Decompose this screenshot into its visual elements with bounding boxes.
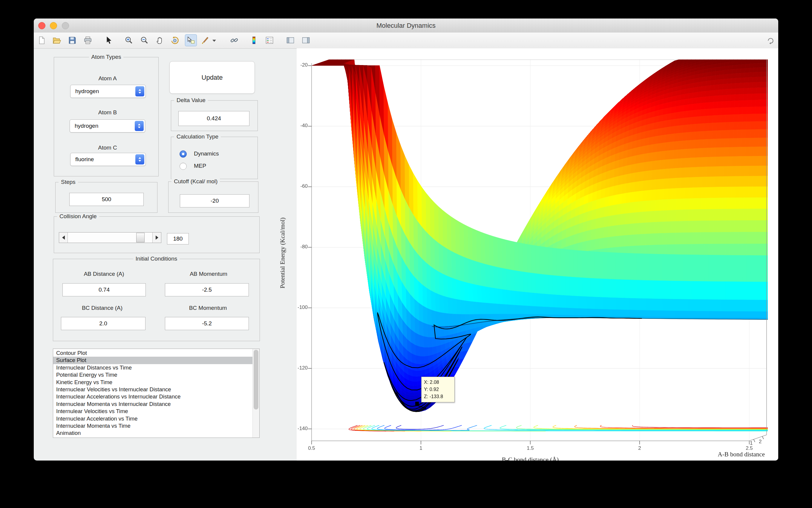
zoom-in-button[interactable]	[123, 34, 135, 46]
initial-conditions-panel: Initial Conditions AB Distance (A) AB Mo…	[53, 259, 260, 341]
open-file-button[interactable]	[51, 34, 63, 46]
x-tick-label: 0.5	[303, 445, 320, 451]
list-item[interactable]: Internuclear Momenta vs Time	[53, 422, 253, 429]
list-item[interactable]: Potential Energy vs Time	[53, 371, 253, 378]
depth-axis-label: A-B bond distance	[657, 451, 765, 458]
z-tick-label: -20	[287, 62, 308, 68]
z-tick-label: -100	[287, 304, 308, 310]
delta-value-field[interactable]: 0.424	[178, 111, 249, 126]
atom-b-dropdown[interactable]: hydrogen	[70, 119, 145, 132]
rotate-3d-icon	[170, 36, 179, 45]
edit-plot-button[interactable]	[103, 34, 115, 46]
insert-legend-button[interactable]	[264, 34, 275, 46]
z-tick-label: -60	[287, 183, 308, 189]
brush-dropdown-caret-icon[interactable]	[212, 40, 216, 42]
atom-b-value: hydrogen	[75, 120, 98, 132]
pointer-arrow-icon	[105, 36, 114, 45]
ab-tick-label: 1	[750, 440, 752, 446]
atom-c-value: fluorine	[75, 153, 94, 166]
save-figure-button[interactable]	[66, 34, 78, 46]
datatip-box[interactable]: X: 2.08 Y: 0.92 Z: -133.8	[421, 377, 455, 403]
delta-value-title: Delta Value	[174, 97, 208, 103]
atom-a-value: hydrogen	[75, 85, 99, 97]
zoom-in-icon	[124, 36, 133, 45]
print-figure-button[interactable]	[82, 34, 94, 46]
initial-conditions-title: Initial Conditions	[133, 255, 180, 262]
slider-thumb[interactable]	[136, 233, 145, 242]
zoom-out-button[interactable]	[138, 34, 150, 46]
list-item[interactable]: Internuclear Acceleration vs Time	[53, 415, 253, 422]
pan-button[interactable]	[154, 34, 166, 46]
ab-momentum-label: AB Momentum	[176, 271, 241, 277]
popup-stepper-icon[interactable]	[135, 121, 144, 131]
atom-c-dropdown[interactable]: fluorine	[70, 153, 146, 166]
bc-distance-field[interactable]: 2.0	[61, 317, 146, 330]
rotate-3d-button[interactable]	[169, 34, 181, 46]
list-item[interactable]: Internuclear Distances vs Time	[53, 364, 253, 371]
printer-icon	[83, 36, 92, 45]
scrollbar-thumb[interactable]	[254, 350, 259, 410]
x-tick-label: 1	[412, 445, 430, 451]
z-tick-label: -80	[287, 244, 308, 250]
link-icon	[230, 36, 239, 45]
slider-right-arrow-icon[interactable]	[152, 232, 161, 243]
calculation-type-title: Calculation Type	[174, 133, 221, 140]
slider-left-arrow-icon[interactable]	[59, 232, 68, 243]
delta-value-panel: Delta Value 0.424	[171, 100, 258, 131]
bc-distance-label: BC Distance (A)	[69, 305, 135, 311]
ab-distance-field[interactable]: 0.74	[63, 283, 146, 296]
datatip-marker[interactable]	[415, 402, 419, 405]
calculation-type-panel: Calculation Type Dynamics MEP	[171, 137, 258, 179]
data-cursor-icon	[186, 36, 195, 45]
mep-radio[interactable]	[180, 163, 187, 170]
list-item-selected[interactable]: Surface Plot	[53, 357, 253, 364]
plot-type-listbox: Contour Plot Surface Plot Internuclear D…	[53, 349, 260, 438]
datatip-z: Z: -133.8	[424, 393, 452, 400]
data-cursor-button[interactable]	[185, 34, 197, 46]
list-item[interactable]: Kinetic Energy vs Time	[53, 379, 253, 386]
mep-radio-label: MEP	[194, 163, 206, 169]
cutoff-title: Cutoff (Kcal/ mol)	[171, 178, 220, 185]
zoom-out-icon	[140, 36, 149, 45]
collision-angle-field[interactable]: 180	[167, 233, 189, 245]
listbox-scrollbar[interactable]	[253, 349, 259, 437]
cutoff-field[interactable]: -20	[180, 194, 249, 207]
brush-data-button[interactable]	[199, 34, 211, 46]
list-item[interactable]: Internuclear Accelerations vs Internucle…	[53, 393, 253, 400]
list-item[interactable]: Contour Plot	[53, 349, 253, 357]
list-item[interactable]: Animation	[53, 429, 253, 437]
list-item[interactable]: Internuclear Momenta vs Internuclear Dis…	[53, 400, 253, 408]
close-window-button[interactable]	[38, 22, 45, 29]
ab-distance-label: AB Distance (A)	[71, 271, 137, 277]
update-button[interactable]: Update	[169, 61, 255, 94]
x-tick-label: 2.5	[740, 445, 758, 451]
collision-angle-title: Collision Angle	[57, 213, 99, 220]
dynamics-radio[interactable]	[180, 151, 187, 158]
atom-types-panel: Atom Types Atom A hydrogen Atom B hydrog…	[54, 57, 159, 176]
list-item[interactable]: Internulear Velocities vs Time	[53, 408, 253, 415]
save-floppy-icon	[68, 36, 77, 45]
collision-angle-panel: Collision Angle 180	[54, 216, 260, 253]
legend-icon	[265, 36, 274, 45]
x-tick-label: 2	[631, 445, 649, 451]
dynamics-radio-label: Dynamics	[194, 151, 219, 157]
surface-plot: -20 -40 -60 -80 -100 -120 -140 0.5 1 1.5…	[278, 36, 771, 461]
zoom-window-button[interactable]	[62, 22, 69, 29]
steps-field[interactable]: 500	[69, 193, 144, 206]
new-figure-button[interactable]	[36, 34, 48, 46]
insert-colorbar-button[interactable]	[248, 34, 260, 46]
datatip-y: Y: 0.92	[424, 386, 452, 393]
bc-momentum-field[interactable]: -5.2	[165, 317, 249, 330]
collision-angle-slider[interactable]	[59, 232, 161, 243]
list-item[interactable]: Internuclear Velocities vs Internuclear …	[53, 386, 253, 393]
popup-stepper-icon[interactable]	[135, 86, 144, 96]
minimize-window-button[interactable]	[50, 22, 57, 29]
ab-tick-label: 2	[759, 439, 762, 445]
new-document-icon	[37, 36, 46, 45]
popup-stepper-icon[interactable]	[135, 154, 144, 164]
pes-surface-canvas[interactable]	[278, 36, 771, 461]
steps-title: Steps	[59, 179, 78, 185]
link-plot-button[interactable]	[228, 34, 240, 46]
atom-a-dropdown[interactable]: hydrogen	[70, 85, 146, 98]
ab-momentum-field[interactable]: -2.5	[165, 283, 249, 296]
